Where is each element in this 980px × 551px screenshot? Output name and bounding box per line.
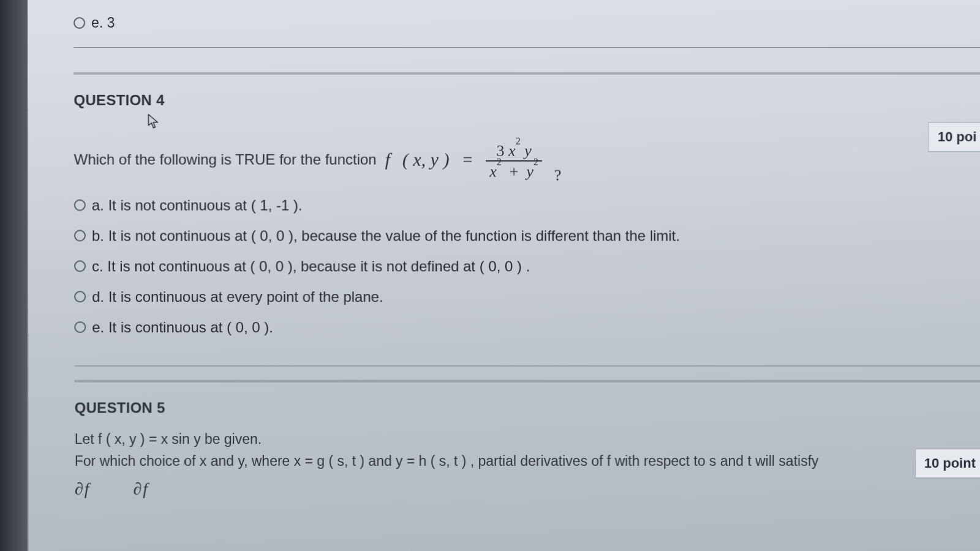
mouse-cursor-icon — [147, 114, 159, 130]
divider — [74, 365, 980, 367]
option-c[interactable]: c. It is not continuous at ( 0, 0 ), bec… — [74, 253, 980, 280]
fraction-denominator: x2 + y2 — [486, 160, 542, 180]
q5-line1: Let f ( x, y ) = x sin y be given. — [75, 429, 980, 450]
photo-dark-edge — [0, 0, 28, 551]
exam-sheet: e. 3 QUESTION 4 Which of the following i… — [28, 0, 980, 551]
prompt-lead-text: Which of the following is TRUE for the f… — [74, 151, 377, 168]
option-label: c. It is not continuous at ( 0, 0 ), bec… — [92, 258, 530, 275]
question-4-options: a. It is not continuous at ( 1, -1 ). b.… — [74, 192, 980, 341]
option-a[interactable]: a. It is not continuous at ( 1, -1 ). — [74, 192, 980, 219]
option-e[interactable]: e. It is continuous at ( 0, 0 ). — [74, 314, 980, 341]
q5-line2: For which choice of x and y, where x = g… — [75, 451, 980, 472]
divider — [74, 47, 980, 48]
equals-sign: = — [458, 150, 477, 170]
radio-icon[interactable] — [74, 321, 86, 333]
option-label: b. It is not continuous at ( 0, 0 ), bec… — [92, 227, 680, 244]
content-area: e. 3 QUESTION 4 Which of the following i… — [28, 10, 980, 502]
radio-icon[interactable] — [74, 230, 86, 242]
partial-f-2: ∂f — [133, 476, 149, 502]
option-label: d. It is continuous at every point of th… — [92, 288, 383, 305]
question-5-body: Let f ( x, y ) = x sin y be given. For w… — [75, 429, 980, 502]
question-mark: ? — [554, 167, 562, 185]
func-args: ( x, y ) — [402, 149, 450, 170]
option-label: e. It is continuous at ( 0, 0 ). — [92, 319, 273, 336]
option-b[interactable]: b. It is not continuous at ( 0, 0 ), bec… — [74, 222, 980, 249]
points-text: 10 point — [924, 455, 976, 471]
question-4-title: QUESTION 4 — [74, 92, 980, 109]
option-label: e. 3 — [91, 15, 115, 31]
func-name: f — [385, 149, 394, 170]
points-badge-q4: 10 poi — [929, 122, 980, 152]
radio-icon[interactable] — [74, 291, 86, 303]
question-4-prompt: Which of the following is TRUE for the f… — [74, 141, 980, 179]
question-5-title: QUESTION 5 — [75, 399, 980, 416]
prev-option-e[interactable]: e. 3 — [74, 10, 980, 36]
radio-icon[interactable] — [74, 200, 86, 211]
question-separator — [75, 380, 980, 382]
fraction: 3 x2 y x2 + y2 — [486, 142, 542, 180]
points-text: 10 poi — [938, 129, 977, 144]
partial-f-1: ∂f — [75, 476, 91, 502]
radio-icon[interactable] — [74, 261, 86, 272]
option-label: a. It is not continuous at ( 1, -1 ). — [92, 197, 303, 214]
question-separator — [74, 72, 980, 75]
option-d[interactable]: d. It is continuous at every point of th… — [74, 283, 980, 310]
points-badge-q5: 10 point — [915, 449, 980, 478]
radio-icon[interactable] — [74, 17, 85, 29]
